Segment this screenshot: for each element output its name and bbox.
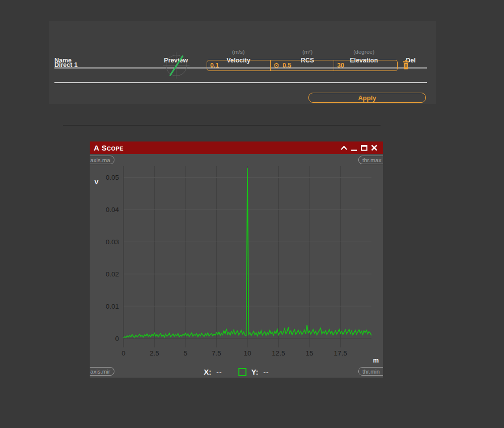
x-readout-label: X: — [204, 368, 211, 376]
collapse-button[interactable] — [339, 143, 349, 153]
elevation-cell — [334, 60, 398, 70]
svg-text:0.02: 0.02 — [106, 270, 119, 278]
target-parameter-inputs: ⚙ — [207, 60, 398, 71]
minimize-button[interactable] — [349, 143, 359, 153]
elevation-input[interactable] — [334, 62, 398, 69]
row-divider — [54, 82, 427, 83]
window-title: A Scope — [94, 144, 339, 152]
target-name: Direct 1 — [54, 61, 78, 68]
y-readout-label: Y: — [251, 368, 259, 376]
cursor-readout: X: -- Y: -- — [90, 368, 383, 376]
x-readout-value: -- — [216, 368, 222, 376]
trash-icon — [402, 60, 410, 69]
close-button[interactable] — [369, 143, 379, 153]
y-readout-value: -- — [263, 368, 269, 376]
ascope-titlebar[interactable]: A Scope — [90, 141, 383, 154]
ascope-body: 02.557.51012.51517.500.010.020.030.040.0… — [90, 154, 383, 378]
svg-text:12.5: 12.5 — [272, 349, 285, 357]
delete-target-button[interactable] — [401, 60, 410, 70]
rcs-input[interactable] — [280, 62, 334, 69]
svg-text:15: 15 — [305, 349, 313, 357]
svg-text:7.5: 7.5 — [212, 349, 221, 357]
velocity-input[interactable] — [207, 62, 270, 69]
rcs-unit: (m²) — [302, 49, 312, 55]
x-axis-unit: m — [373, 356, 379, 364]
svg-text:0.03: 0.03 — [106, 238, 119, 246]
svg-text:17.5: 17.5 — [334, 349, 347, 357]
svg-text:2.5: 2.5 — [150, 349, 159, 357]
svg-text:0.01: 0.01 — [106, 303, 119, 310]
section-divider — [63, 125, 381, 126]
svg-text:0.05: 0.05 — [106, 174, 119, 181]
close-icon — [370, 145, 378, 151]
target-table-panel: (m/s) (m²) (degree) Name Preview Velocit… — [49, 21, 436, 104]
crosshair-preview — [162, 51, 191, 80]
apply-button[interactable]: Apply — [308, 93, 426, 103]
ascope-window: A Scope 02.557.510 — [90, 141, 383, 378]
svg-text:5: 5 — [183, 349, 187, 357]
gear-icon[interactable]: ⚙ — [273, 62, 280, 69]
elevation-unit: (degree) — [353, 49, 374, 55]
chevron-up-icon — [340, 145, 348, 151]
svg-text:10: 10 — [243, 349, 251, 357]
svg-text:0.04: 0.04 — [106, 206, 119, 213]
ascope-chart[interactable]: 02.557.51012.51517.500.010.020.030.040.0… — [90, 154, 383, 378]
minimize-icon — [350, 145, 358, 151]
svg-text:0: 0 — [121, 349, 125, 357]
velocity-unit: (m/s) — [232, 49, 244, 55]
maximize-button[interactable] — [359, 143, 369, 153]
legend-swatch[interactable] — [238, 368, 246, 376]
maximize-icon — [360, 145, 368, 151]
svg-text:0: 0 — [115, 335, 119, 342]
rcs-cell: ⚙ — [270, 60, 334, 70]
velocity-cell — [207, 60, 270, 70]
y-axis-unit: V — [94, 178, 99, 186]
